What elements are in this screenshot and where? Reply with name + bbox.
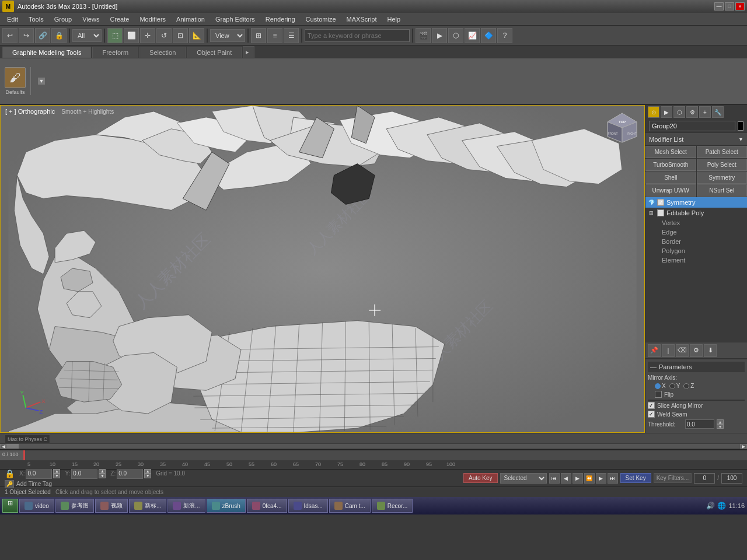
play-btn[interactable]: ▶ [573, 473, 583, 484]
mesh-select-btn[interactable]: Mesh Select [645, 146, 696, 158]
search-input[interactable] [305, 29, 410, 42]
set-key-button[interactable]: Set Key [620, 473, 651, 483]
y-coord-input[interactable] [71, 468, 97, 479]
poly-select-btn[interactable]: Poly Select [697, 159, 748, 171]
stack-sub-polygon[interactable]: Polygon [645, 246, 747, 256]
curve-editor-btn[interactable]: 📈 [465, 28, 480, 43]
ribbon-collapse-arrow[interactable]: ▼ [38, 78, 45, 85]
menu-graph-editors[interactable]: Graph Editors [211, 15, 260, 24]
axis-y-radio[interactable] [669, 383, 675, 389]
menu-modifiers[interactable]: Modifiers [135, 15, 170, 24]
modifier-list-dropdown[interactable]: Modifier List ▼ [645, 133, 747, 146]
taskbar-video[interactable]: video [19, 499, 54, 513]
z-down-btn[interactable]: ▼ [144, 474, 151, 478]
threshold-up-btn[interactable]: ▲ [717, 419, 724, 424]
axis-x-radio[interactable] [655, 383, 661, 389]
menu-create[interactable]: Create [105, 15, 134, 24]
tl-scroll-left[interactable]: ◀ [0, 444, 7, 449]
stack-sub-element[interactable]: Element [645, 256, 747, 265]
timeline-scroll-handle[interactable] [7, 444, 19, 449]
help-btn[interactable]: ? [497, 28, 512, 43]
shell-btn[interactable]: Shell [645, 172, 696, 184]
material-btn[interactable]: ⬡ [448, 28, 463, 43]
taskbar-ofca4[interactable]: 0fca4... [247, 499, 287, 513]
collapse-to-btn[interactable]: ⬇ [704, 344, 717, 357]
remove-modifier-btn[interactable]: ⌫ [676, 344, 689, 357]
navigation-cube[interactable]: TOP FRONT RIGHT [605, 110, 640, 145]
key-icon[interactable]: 🔑 [5, 480, 14, 488]
motion-tab[interactable]: ▶ [661, 106, 672, 118]
taskbar-cam[interactable]: Cam t... [329, 499, 371, 513]
undo-button[interactable]: ↩ [2, 28, 18, 43]
editable-poly-checkbox[interactable]: ✓ [657, 209, 664, 216]
start-button[interactable]: ⊞ [2, 499, 18, 513]
tab-freeform[interactable]: Freeform [92, 47, 138, 58]
align-btn[interactable]: ≡ [267, 28, 282, 43]
stack-sub-vertex[interactable]: Vertex [645, 218, 747, 228]
tab-more[interactable]: ▸ [243, 46, 254, 58]
taskbar-video2[interactable]: 视频 [95, 499, 128, 513]
x-down-btn[interactable]: ▼ [53, 474, 60, 478]
render-btn[interactable]: ▶ [432, 28, 447, 43]
taskbar-new1[interactable]: 新标... [129, 499, 166, 513]
pin-stack-btn[interactable]: 📌 [648, 344, 661, 357]
defaults-icon[interactable]: 🖌 [5, 67, 26, 88]
stack-item-editable-poly[interactable]: ⊞ ✓ Editable Poly [645, 208, 747, 218]
hierarchy-tab[interactable]: ⬡ [673, 106, 685, 118]
ref-coord-btn[interactable]: 📐 [189, 28, 204, 43]
taskbar-zbrush[interactable]: zBrush [207, 499, 246, 513]
make-unique-btn[interactable]: | [662, 344, 675, 357]
taskbar-recorder[interactable]: Recor... [372, 499, 413, 513]
timeline-scroll-track[interactable] [7, 444, 740, 449]
schematic-btn[interactable]: 🔷 [481, 28, 496, 43]
stack-item-symmetry[interactable]: 💎 ✓ Symmetry [645, 197, 747, 208]
nsurf-sel-btn[interactable]: NSurf Sel [697, 184, 748, 197]
taskbar-new2[interactable]: 新浪... [167, 499, 205, 513]
tab-selection[interactable]: Selection [139, 47, 186, 58]
threshold-input[interactable] [685, 419, 714, 429]
x-up-btn[interactable]: ▲ [53, 469, 60, 474]
create-tab[interactable]: + [699, 106, 711, 118]
next-frame-btn[interactable]: ▶ [596, 473, 606, 484]
current-time-input[interactable] [694, 473, 715, 484]
tray-volume-icon[interactable]: 🔊 [706, 502, 715, 510]
taskbar-reference[interactable]: 参考图 [55, 499, 94, 513]
selected-dropdown[interactable]: Selected [500, 473, 547, 484]
select-btn[interactable]: ⬚ [107, 28, 123, 43]
utility-tab[interactable]: ⚙ [686, 106, 698, 118]
lock-icon[interactable]: 🔒 [5, 469, 15, 478]
y-down-btn[interactable]: ▼ [99, 474, 106, 478]
z-up-btn[interactable]: ▲ [144, 469, 151, 474]
menu-tools[interactable]: Tools [24, 15, 48, 24]
stack-sub-border[interactable]: Border [645, 237, 747, 246]
axis-y-option[interactable]: Y [669, 383, 680, 389]
menu-maxscript[interactable]: MAXScript [342, 15, 382, 24]
slice-checkbox[interactable]: ✓ [648, 402, 655, 409]
total-time-input[interactable] [721, 473, 742, 484]
minimize-button[interactable]: — [714, 2, 724, 10]
region-select-btn[interactable]: ⬜ [124, 28, 139, 43]
view-dropdown[interactable]: View [210, 29, 245, 42]
axis-x-option[interactable]: X [655, 383, 666, 389]
flip-checkbox[interactable]: ✓ [655, 391, 662, 398]
move-btn[interactable]: ✛ [140, 28, 155, 43]
menu-customize[interactable]: Customize [301, 15, 341, 24]
menu-animation[interactable]: Animation [172, 15, 210, 24]
timeline-range[interactable] [23, 450, 747, 460]
tab-graphite[interactable]: Graphite Modeling Tools [2, 47, 91, 58]
scale-btn[interactable]: ⊡ [173, 28, 188, 43]
redo-button[interactable]: ↪ [19, 28, 34, 43]
key-filters-button[interactable]: Key Filters... [654, 473, 692, 483]
render-setup-btn[interactable]: 🎬 [416, 28, 431, 43]
axis-z-radio[interactable] [683, 383, 689, 389]
close-button[interactable]: × [735, 2, 745, 10]
threshold-down-btn[interactable]: ▼ [717, 424, 724, 429]
symmetry-btn[interactable]: Symmetry [697, 172, 748, 184]
auto-key-button[interactable]: Auto Key [463, 473, 498, 483]
patch-select-btn[interactable]: Patch Select [697, 146, 748, 158]
filter-dropdown[interactable]: All [72, 29, 102, 42]
configure-btn[interactable]: ⚙ [690, 344, 703, 357]
skip-to-end-btn[interactable]: ⏭ [608, 473, 618, 484]
axis-z-option[interactable]: Z [683, 383, 694, 389]
modify-tab[interactable]: 🔧 [712, 106, 724, 118]
